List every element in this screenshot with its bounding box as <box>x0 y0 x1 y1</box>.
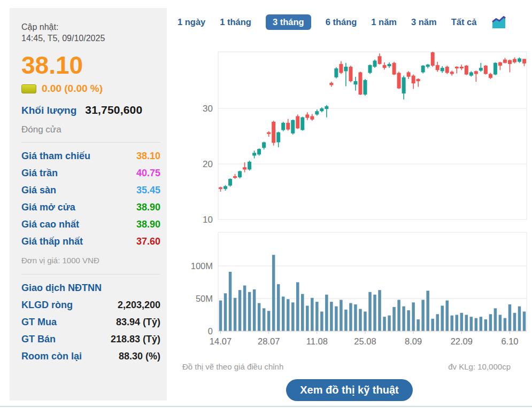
volume-chart-svg: 100M50M014.0728.0711.0825.088.0922.096.1… <box>171 231 532 351</box>
price-candles <box>219 52 526 192</box>
unchanged-indicator-icon <box>21 84 36 93</box>
adjusted-price-note: Đồ thị vẽ theo giá điều chỉnh <box>182 362 283 371</box>
foreign-row-label: GT Bán <box>21 331 56 348</box>
svg-text:25.08: 25.08 <box>354 336 376 346</box>
price-unit-note: Đơn vị giá: 1000 VNĐ <box>21 256 160 265</box>
svg-text:6.10: 6.10 <box>501 336 518 346</box>
svg-text:14.07: 14.07 <box>210 336 232 346</box>
tab-1-ngày[interactable]: 1 ngày <box>178 14 205 30</box>
updated-label: Cập nhật: <box>21 21 160 33</box>
divider <box>21 142 160 143</box>
price-level-row: Giá mở cửa38.90 <box>21 199 160 216</box>
svg-text:30: 30 <box>203 104 213 114</box>
bottom-divider <box>0 406 532 407</box>
price-chart: 302010 <box>171 48 532 227</box>
volume-label: Khối lượng <box>21 105 76 116</box>
svg-text:11.08: 11.08 <box>306 336 328 346</box>
price-level-label: Giá sàn <box>21 182 56 199</box>
change-row: 0.00 (0.00 %) <box>21 83 160 95</box>
last-price: 38.10 <box>21 52 160 78</box>
price-level-value: 38.90 <box>136 216 160 233</box>
svg-text:28.07: 28.07 <box>258 336 280 346</box>
price-level-value: 35.45 <box>136 182 160 199</box>
foreign-row-label: KLGD ròng <box>21 296 73 313</box>
chart-footnotes: Đồ thị vẽ theo giá điều chỉnh đv KLg: 10… <box>167 362 532 374</box>
foreign-trading-row: Room còn lại88.30 (%) <box>21 348 160 365</box>
svg-text:20: 20 <box>203 159 213 169</box>
change-value: 0.00 (0.00 %) <box>42 83 103 95</box>
volume-unit-note: đv KLg: 10,000cp <box>448 362 511 371</box>
svg-text:10: 10 <box>203 215 213 225</box>
foreign-trading-header: Giao dịch NĐTNN <box>21 279 160 296</box>
price-level-label: Giá thấp nhất <box>21 233 83 250</box>
technical-chart-button[interactable]: Xem đồ thị kỹ thuật <box>286 379 412 401</box>
price-level-row: Giá sàn35.45 <box>21 182 160 199</box>
svg-text:50M: 50M <box>196 294 213 303</box>
price-level-row: Giá tham chiếu38.10 <box>21 147 160 164</box>
price-level-label: Giá mở cửa <box>21 199 75 216</box>
volume-row: Khối lượng 31,750,600 <box>21 104 160 116</box>
session-status: Đóng cửa <box>21 124 160 135</box>
updated-time: 14:45, T5, 09/10/2025 <box>21 33 160 44</box>
price-level-value: 40.75 <box>136 164 160 182</box>
divider <box>21 274 160 274</box>
price-level-label: Giá tham chiếu <box>21 147 90 164</box>
price-level-row: Giá thấp nhất37.60 <box>21 233 160 250</box>
tab-Tất-cả[interactable]: Tất cả <box>451 14 477 30</box>
foreign-row-value: 2,203,200 <box>118 296 160 313</box>
price-levels-table: Giá tham chiếu38.10Giá trần40.75Giá sàn3… <box>21 147 160 250</box>
foreign-trading-row: GT Bán218.83 (Tỷ) <box>21 331 160 348</box>
svg-text:22.09: 22.09 <box>451 336 473 346</box>
price-level-value: 37.60 <box>136 233 160 250</box>
foreign-trading-row: KLGD ròng2,203,200 <box>21 296 160 313</box>
foreign-row-label: Room còn lại <box>21 348 82 365</box>
tab-6-tháng[interactable]: 6 tháng <box>326 14 357 30</box>
price-level-label: Giá trần <box>21 164 58 182</box>
volume-value: 31,750,600 <box>85 104 142 116</box>
foreign-trading-table: KLGD ròng2,203,200GT Mua83.94 (Tỷ)GT Bán… <box>21 296 160 365</box>
price-level-row: Giá trần40.75 <box>21 164 160 182</box>
price-level-value: 38.10 <box>136 147 160 164</box>
price-chart-svg: 302010 <box>171 48 532 225</box>
svg-text:0: 0 <box>208 326 213 336</box>
foreign-row-value: 88.30 (%) <box>119 348 160 365</box>
chart-area: 1 ngày1 tháng3 tháng6 tháng1 năm3 nămTất… <box>167 0 532 408</box>
tab-1-tháng[interactable]: 1 tháng <box>220 14 251 30</box>
foreign-trading-row: GT Mua83.94 (Tỷ) <box>21 313 160 331</box>
volume-chart: 100M50M014.0728.0711.0825.088.0922.096.1… <box>171 231 532 353</box>
area-chart-icon[interactable] <box>491 14 507 30</box>
tab-1-năm[interactable]: 1 năm <box>371 14 397 30</box>
foreign-row-label: GT Mua <box>21 313 57 331</box>
price-level-row: Giá cao nhất38.90 <box>21 216 160 233</box>
tab-3-tháng[interactable]: 3 tháng <box>266 14 311 30</box>
price-level-label: Giá cao nhất <box>21 216 79 233</box>
volume-bars <box>219 255 526 331</box>
price-level-value: 38.90 <box>136 199 160 216</box>
foreign-row-value: 218.83 (Tỷ) <box>111 331 160 348</box>
period-tabs: 1 ngày1 tháng3 tháng6 tháng1 năm3 nămTất… <box>178 14 507 30</box>
tab-3-năm[interactable]: 3 năm <box>411 14 437 30</box>
svg-text:100M: 100M <box>191 261 213 271</box>
quote-panel: Cập nhật: 14:45, T5, 09/10/2025 38.10 0.… <box>10 8 167 401</box>
svg-text:8.09: 8.09 <box>405 336 422 346</box>
foreign-row-value: 83.94 (Tỷ) <box>116 313 160 331</box>
